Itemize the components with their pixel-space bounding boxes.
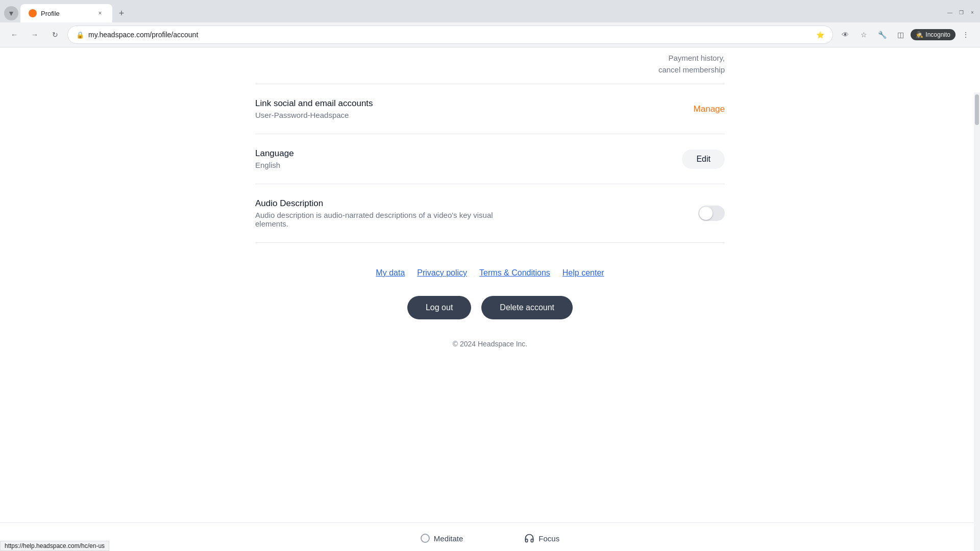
language-row: Language English Edit xyxy=(255,134,725,184)
scrollbar-thumb[interactable] xyxy=(975,94,979,125)
logout-button[interactable]: Log out xyxy=(407,296,471,319)
tab-favicon xyxy=(29,9,37,17)
sidebar-icon[interactable]: ◫ xyxy=(892,27,909,43)
window-controls: — ❐ × xyxy=(946,9,976,18)
language-label: Language xyxy=(255,148,682,159)
terms-conditions-link[interactable]: Terms & Conditions xyxy=(479,268,550,278)
scrollbar[interactable] xyxy=(974,92,980,551)
browser-actions: 👁 ☆ 🔧 ◫ 🕵️ Incognito ⋮ xyxy=(837,27,974,43)
bottom-navigation: Meditate Focus xyxy=(0,522,980,551)
action-buttons: Log out Delete account xyxy=(255,296,725,319)
copyright-text: © 2024 Headspace Inc. xyxy=(255,340,725,348)
language-sublabel: English xyxy=(255,161,682,169)
back-button[interactable]: ← xyxy=(6,27,22,43)
toggle-track xyxy=(698,206,725,221)
browser-frame: ▼ Profile × + — ❐ × ← → ↻ 🔒 my.headspace… xyxy=(0,0,980,47)
incognito-label: Incognito xyxy=(925,31,950,38)
active-tab[interactable]: Profile × xyxy=(20,4,112,22)
forward-button[interactable]: → xyxy=(27,27,43,43)
social-accounts-row: Link social and email accounts User-Pass… xyxy=(255,84,725,134)
privacy-policy-link[interactable]: Privacy policy xyxy=(417,268,467,278)
refresh-button[interactable]: ↻ xyxy=(47,27,63,43)
focus-headphones-icon xyxy=(524,533,534,543)
new-tab-button[interactable]: + xyxy=(114,6,129,20)
manage-link[interactable]: Manage xyxy=(694,104,725,114)
toggle-thumb xyxy=(699,207,713,220)
audio-description-info: Audio Description Audio description is a… xyxy=(255,198,698,228)
minimize-button[interactable]: — xyxy=(946,9,953,16)
maximize-button[interactable]: ❐ xyxy=(958,9,965,16)
more-options-icon[interactable]: ⋮ xyxy=(958,27,974,43)
meditate-nav-item[interactable]: Meditate xyxy=(421,533,463,543)
payment-history-text: Payment history, cancel membership xyxy=(255,53,725,76)
extensions-icon[interactable]: 🔧 xyxy=(874,27,890,43)
tab-list-dropdown[interactable]: ▼ xyxy=(4,6,18,20)
audio-description-sublabel: Audio description is audio-narrated desc… xyxy=(255,211,500,228)
eye-slash-icon: 👁 xyxy=(837,27,853,43)
footer-section: My data Privacy policy Terms & Condition… xyxy=(255,243,725,384)
address-text: my.headspace.com/profile/account xyxy=(88,31,812,39)
focus-nav-label: Focus xyxy=(538,534,559,543)
bookmark-icon[interactable]: ☆ xyxy=(855,27,872,43)
language-info: Language English xyxy=(255,148,682,169)
audio-description-row: Audio Description Audio description is a… xyxy=(255,184,725,243)
audio-description-label: Audio Description xyxy=(255,198,698,209)
address-bar-row: ← → ↻ 🔒 my.headspace.com/profile/account… xyxy=(0,22,980,47)
status-url: https://help.headspace.com/hc/en-us xyxy=(5,542,105,549)
meditate-radio-icon xyxy=(421,534,430,543)
footer-links: My data Privacy policy Terms & Condition… xyxy=(255,268,725,278)
top-partial-section: Payment history, cancel membership xyxy=(255,47,725,84)
tab-title: Profile xyxy=(41,10,92,17)
social-accounts-sublabel: User-Password-Headspace xyxy=(255,111,694,119)
help-center-link[interactable]: Help center xyxy=(562,268,604,278)
page-content: Payment history, cancel membership Link … xyxy=(0,47,980,551)
audio-description-toggle[interactable] xyxy=(698,206,725,221)
meditate-nav-label: Meditate xyxy=(434,534,463,543)
language-edit-button[interactable]: Edit xyxy=(682,149,725,169)
delete-account-button[interactable]: Delete account xyxy=(481,296,573,319)
close-button[interactable]: × xyxy=(969,9,976,16)
social-accounts-info: Link social and email accounts User-Pass… xyxy=(255,98,694,119)
tab-bar: ▼ Profile × + — ❐ × xyxy=(0,0,980,22)
incognito-badge: 🕵️ Incognito xyxy=(911,29,955,40)
focus-nav-item[interactable]: Focus xyxy=(524,533,559,543)
status-bar: https://help.headspace.com/hc/en-us xyxy=(0,541,109,551)
address-bar[interactable]: 🔒 my.headspace.com/profile/account ⭐ xyxy=(67,26,833,44)
my-data-link[interactable]: My data xyxy=(376,268,405,278)
social-accounts-label: Link social and email accounts xyxy=(255,98,694,109)
tab-close-button[interactable]: × xyxy=(96,9,104,17)
main-content: Payment history, cancel membership Link … xyxy=(245,47,735,384)
